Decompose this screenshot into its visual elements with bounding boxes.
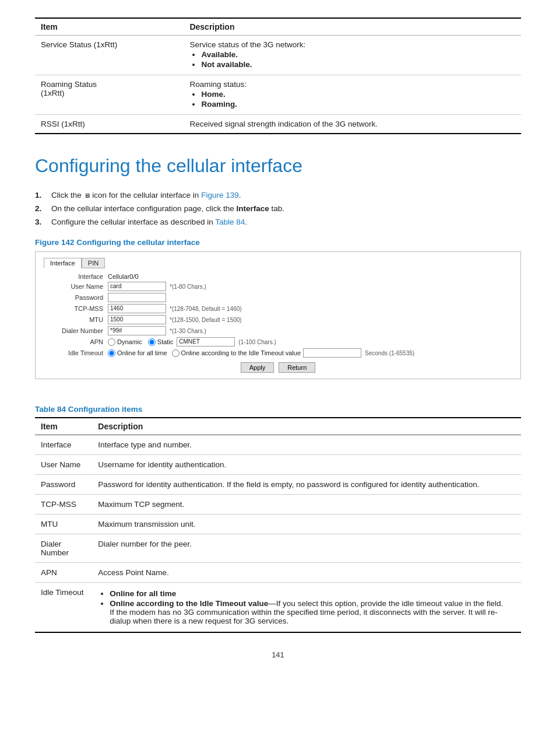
data-table-item-cell: Password [35, 475, 92, 495]
figure-field-input[interactable]: card [108, 282, 166, 291]
figure-field-hint: *(128-7048, Default = 1460) [170, 306, 242, 312]
apply-button[interactable]: Apply [241, 362, 275, 373]
figure-field-row: APNDynamicStaticCMNET(1-100 Chars.) [50, 337, 512, 346]
figure-field-hint: *(128-1500, Default = 1500) [170, 317, 242, 323]
top-table-desc-cell: Service status of the 3G network:Availab… [184, 36, 521, 75]
top-table-desc-cell: Roaming status:Home.Roaming. [184, 75, 521, 115]
step-bold: Interface [236, 204, 269, 213]
data-table-item-cell: Interface [35, 435, 92, 455]
figure-wrapper: InterfacePINInterfaceCellular0/0User Nam… [35, 251, 521, 379]
top-table-desc-cell: Received signal strength indication of t… [184, 115, 521, 134]
data-table-item-cell: APN [35, 563, 92, 583]
bullet-item: Online according to the Idle Timeout val… [110, 599, 515, 625]
idle-timeout-hint: Seconds (1-65535) [365, 350, 414, 356]
idle-alltime-radio[interactable] [108, 349, 115, 357]
table84-caption: Table 84 Configuration items [35, 405, 521, 414]
apn-dynamic-label: Dynamic [117, 338, 142, 345]
figure-field-label: Dialer Number [50, 327, 108, 334]
return-button[interactable]: Return [279, 362, 315, 373]
figure-field-input[interactable]: 1500 [108, 315, 166, 324]
figure-field-label: Interface [50, 273, 108, 280]
section-heading: Configuring the cellular interface [35, 155, 521, 177]
top-table-item-cell: Roaming Status (1xRtt) [35, 75, 184, 115]
data-table-desc-cell: Maximum transmission unit. [92, 514, 521, 534]
data-table: Item Description InterfaceInterface type… [35, 417, 521, 633]
figure-field-hint: *(1-30 Chars.) [170, 328, 206, 334]
step-number: 3. [35, 218, 45, 226]
interface-icon: 🖥 [84, 192, 90, 199]
apn-dynamic-radio[interactable] [108, 338, 115, 346]
figure-field-hint: *(1-80 Chars.) [170, 284, 206, 290]
top-table-col1-header: Item [35, 18, 184, 36]
idle-alltime-label: Online for all time [117, 349, 167, 356]
step-item: 2.On the cellular interface configuratio… [35, 204, 521, 213]
figure-field-label: TCP-MSS [50, 305, 108, 312]
figure-field-input[interactable]: 1460 [108, 304, 166, 313]
data-table-desc-cell: Username for identity authentication. [92, 455, 521, 475]
bullet-item: Available. [201, 50, 515, 59]
figure-field-label: Password [50, 294, 108, 301]
idle-timeout-input[interactable] [303, 348, 361, 358]
figure-field-row: Password [50, 293, 512, 302]
top-table-item-cell: RSSI (1xRtt) [35, 115, 184, 134]
figure-field-label: Idle Timeout [50, 349, 108, 356]
step-link[interactable]: Table 84 [215, 218, 245, 226]
figure-field-input[interactable] [108, 293, 166, 302]
data-table-desc-cell: Maximum TCP segment. [92, 495, 521, 514]
steps-list: 1.Click the 🖥 icon for the cellular inte… [35, 191, 521, 226]
top-table: Item Description Service Status (1xRtt)S… [35, 18, 521, 134]
data-table-desc-cell: Access Point Name. [92, 563, 521, 583]
apn-static-hint: (1-100 Chars.) [238, 339, 276, 345]
figure-field-label: MTU [50, 316, 108, 323]
figure-tab[interactable]: PIN [82, 258, 105, 268]
step-text: On the cellular interface configuration … [51, 204, 284, 213]
data-table-desc-cell: Online for all timeOnline according to t… [92, 583, 521, 633]
bullet-item: Home. [201, 90, 515, 99]
apn-static-radio[interactable] [148, 338, 156, 346]
data-table-desc-cell: Interface type and number. [92, 435, 521, 455]
figure-field-row: TCP-MSS1460*(128-7048, Default = 1460) [50, 304, 512, 313]
bullet-item: Not available. [201, 60, 515, 69]
data-table-item-cell: Idle Timeout [35, 583, 92, 633]
bullet-item: Online for all time [110, 589, 515, 598]
step-item: 1.Click the 🖥 icon for the cellular inte… [35, 191, 521, 200]
data-table-desc-cell: Dialer number for the peer. [92, 534, 521, 563]
figure-interface-value: Cellular0/0 [108, 273, 139, 280]
step-number: 1. [35, 191, 45, 200]
figure-field-row: Idle TimeoutOnline for all timeOnline ac… [50, 348, 512, 358]
idle-timeout-label: Online according to the Idle Timeout val… [181, 349, 301, 356]
figure-field-row: MTU1500*(128-1500, Default = 1500) [50, 315, 512, 324]
figure-tab[interactable]: Interface [44, 258, 82, 268]
data-table-desc-cell: Password for identity authentication. If… [92, 475, 521, 495]
figure-field-input[interactable]: *99# [108, 326, 166, 335]
figure-field-label: User Name [50, 283, 108, 290]
figure-field-row: InterfaceCellular0/0 [50, 273, 512, 280]
step-link[interactable]: Figure 139 [201, 191, 239, 200]
data-table-item-cell: TCP-MSS [35, 495, 92, 514]
idle-timeout-radio[interactable] [172, 349, 180, 357]
figure-field-row: Dialer Number*99#*(1-30 Chars.) [50, 326, 512, 335]
step-text: Click the 🖥 icon for the cellular interf… [51, 191, 241, 200]
figure-field-label: APN [50, 338, 108, 345]
page-number: 141 [35, 650, 521, 659]
top-table-col2-header: Description [184, 18, 521, 36]
top-table-item-cell: Service Status (1xRtt) [35, 36, 184, 75]
data-table-col2-header: Description [92, 418, 521, 435]
bullet-item: Roaming. [201, 100, 515, 108]
apn-static-input[interactable]: CMNET [177, 337, 235, 346]
step-item: 3.Configure the cellular interface as de… [35, 218, 521, 226]
data-table-item-cell: User Name [35, 455, 92, 475]
step-number: 2. [35, 204, 45, 213]
data-table-item-cell: Dialer Number [35, 534, 92, 563]
step-text: Configure the cellular interface as desc… [51, 218, 247, 226]
figure-field-row: User Namecard*(1-80 Chars.) [50, 282, 512, 291]
data-table-item-cell: MTU [35, 514, 92, 534]
figure-tabs: InterfacePIN [44, 258, 512, 268]
apn-static-label: Static [157, 338, 174, 345]
figure-buttons: ApplyReturn [44, 362, 512, 373]
figure-box: InterfacePINInterfaceCellular0/0User Nam… [35, 251, 521, 379]
figure-fields: InterfaceCellular0/0User Namecard*(1-80 … [44, 273, 512, 358]
data-table-col1-header: Item [35, 418, 92, 435]
figure-caption: Figure 142 Configuring the cellular inte… [35, 238, 521, 247]
